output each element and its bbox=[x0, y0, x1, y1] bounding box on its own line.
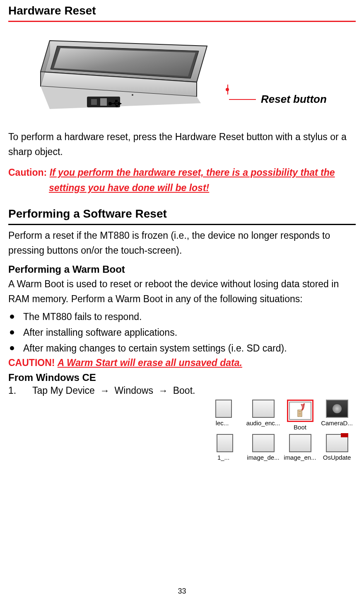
file-icon-image-de: image_de... bbox=[246, 434, 281, 461]
step-text-pre: Tap My Device bbox=[32, 385, 97, 396]
caution-text-line1: If you perform the hardware reset, there… bbox=[50, 167, 335, 178]
icon-label: OsUpdate bbox=[323, 454, 351, 461]
boot-icon bbox=[289, 402, 311, 420]
file-icon-partial: lec... bbox=[207, 400, 244, 431]
heading-from-windows-ce: From Windows CE bbox=[8, 372, 356, 383]
generic-file-icon bbox=[217, 434, 233, 452]
file-icon-osupdate: OsUpdate bbox=[319, 434, 354, 461]
caution-warm-start: CAUTION! A Warm Start will erase all uns… bbox=[8, 357, 356, 368]
list-item: After installing software applications. bbox=[8, 325, 356, 340]
svg-rect-12 bbox=[116, 100, 117, 102]
icon-label: Boot bbox=[294, 424, 306, 431]
step-1-row: 1. Tap My Device → Windows → Boot. bbox=[8, 385, 356, 396]
software-reset-instruction: Perform a reset if the MT880 is frozen (… bbox=[8, 228, 356, 258]
warm-boot-icon-graphic bbox=[295, 403, 305, 418]
tablet-illustration bbox=[33, 30, 224, 117]
file-icon-camera: CameraD... bbox=[319, 400, 354, 431]
page-number: 33 bbox=[0, 587, 364, 596]
warm-boot-situations-list: The MT880 fails to respond. After instal… bbox=[8, 310, 356, 356]
camera-icon bbox=[326, 400, 348, 418]
file-icon-audio-enc: audio_enc... bbox=[246, 400, 281, 431]
step-number: 1. bbox=[8, 385, 24, 396]
callout-horizontal-line bbox=[229, 99, 256, 100]
reset-button-label: Reset button bbox=[261, 93, 327, 106]
list-item: After making changes to certain system s… bbox=[8, 341, 356, 356]
list-item: The MT880 fails to respond. bbox=[8, 310, 356, 325]
icon-label: CameraD... bbox=[321, 419, 353, 427]
icon-label: image_de... bbox=[247, 454, 279, 461]
icon-label: 1_... bbox=[217, 454, 229, 461]
file-icon-partial: 1_... bbox=[207, 434, 244, 461]
generic-file-icon bbox=[326, 434, 348, 452]
file-icon-image-en: image_en... bbox=[282, 434, 318, 461]
callout-vertical-line bbox=[227, 85, 228, 95]
arrow-icon: → bbox=[100, 385, 109, 396]
svg-rect-7 bbox=[100, 98, 107, 106]
caution-label: CAUTION! bbox=[8, 357, 58, 368]
separator-black bbox=[8, 224, 356, 225]
generic-file-icon bbox=[215, 400, 232, 418]
caution-text: A Warm Start will erase all unsaved data… bbox=[58, 357, 242, 368]
hardware-reset-instruction: To perform a hardware reset, press the H… bbox=[8, 130, 356, 159]
icon-label: lec... bbox=[216, 419, 229, 427]
svg-rect-8 bbox=[91, 99, 97, 105]
caution-label: Caution: bbox=[8, 167, 50, 178]
svg-point-16 bbox=[132, 94, 133, 96]
caution-hardware-reset: Caution: If you perform the hardware res… bbox=[8, 165, 356, 196]
icon-label: audio_enc... bbox=[246, 419, 280, 427]
icon-label: image_en... bbox=[284, 454, 316, 461]
red-highlight-box bbox=[287, 400, 313, 422]
generic-file-icon bbox=[252, 400, 275, 418]
boot-icon-highlighted: Boot bbox=[282, 400, 318, 431]
badge bbox=[341, 433, 348, 437]
step-text-mid: Windows bbox=[112, 385, 156, 396]
generic-file-icon bbox=[289, 434, 311, 452]
reset-callout: Reset button bbox=[226, 90, 327, 103]
generic-file-icon bbox=[252, 434, 275, 452]
step-text-post: Boot. bbox=[170, 385, 195, 396]
step-text: Tap My Device → Windows → Boot. bbox=[32, 385, 356, 396]
caution-text-line2: settings you have done will be lost! bbox=[49, 182, 209, 193]
heading-warm-boot: Performing a Warm Boot bbox=[8, 264, 356, 275]
heading-hardware-reset: Hardware Reset bbox=[8, 4, 356, 17]
arrow-icon: → bbox=[158, 385, 168, 396]
heading-software-reset: Performing a Software Reset bbox=[8, 207, 356, 221]
windows-ce-screenshot: lec... audio_enc... bbox=[207, 397, 356, 463]
warm-boot-instruction: A Warm Boot is used to reset or reboot t… bbox=[8, 277, 356, 306]
svg-point-14 bbox=[116, 105, 118, 107]
separator-red bbox=[8, 21, 356, 22]
device-diagram: Reset button bbox=[33, 30, 331, 121]
